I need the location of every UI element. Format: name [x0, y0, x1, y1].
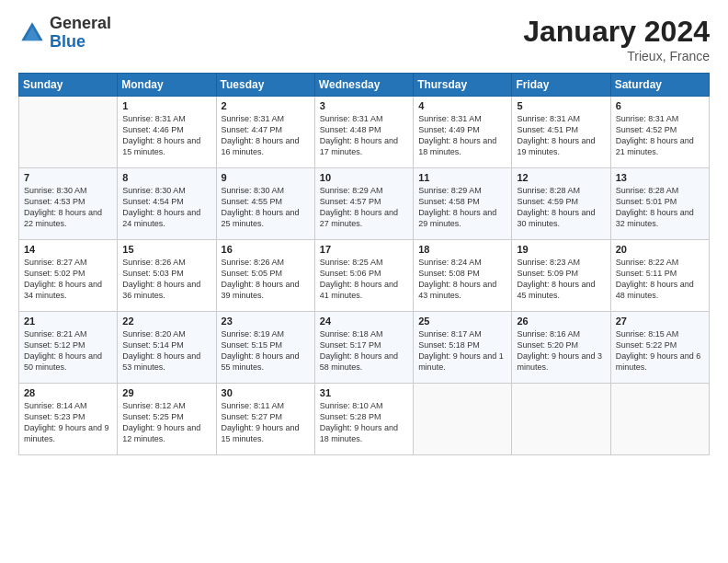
- calendar-cell: 23Sunrise: 8:19 AMSunset: 5:15 PMDayligh…: [216, 312, 314, 384]
- logo-general-text: General: [50, 15, 111, 33]
- calendar-cell: 29Sunrise: 8:12 AMSunset: 5:25 PMDayligh…: [118, 384, 216, 455]
- cell-info: Sunrise: 8:23 AMSunset: 5:09 PMDaylight:…: [517, 257, 605, 302]
- day-number: 25: [418, 316, 506, 327]
- cell-info: Sunrise: 8:31 AMSunset: 4:49 PMDaylight:…: [418, 113, 506, 158]
- weekday-header-sunday: Sunday: [19, 74, 118, 97]
- calendar-cell: 2Sunrise: 8:31 AMSunset: 4:47 PMDaylight…: [216, 97, 314, 168]
- calendar-cell: 13Sunrise: 8:28 AMSunset: 5:01 PMDayligh…: [610, 168, 709, 240]
- day-number: 30: [222, 387, 310, 398]
- day-number: 17: [320, 244, 408, 255]
- calendar-cell: 7Sunrise: 8:30 AMSunset: 4:53 PMDaylight…: [19, 168, 118, 240]
- day-number: 6: [616, 100, 704, 111]
- day-number: 10: [320, 172, 408, 183]
- day-number: 2: [222, 100, 310, 111]
- calendar-cell: 12Sunrise: 8:28 AMSunset: 4:59 PMDayligh…: [512, 168, 610, 240]
- day-number: 18: [418, 244, 506, 255]
- logo-text: General Blue: [50, 15, 111, 52]
- cell-info: Sunrise: 8:22 AMSunset: 5:11 PMDaylight:…: [616, 257, 704, 302]
- cell-info: Sunrise: 8:30 AMSunset: 4:53 PMDaylight:…: [24, 185, 112, 230]
- page: General Blue January 2024 Trieux, France…: [0, 0, 728, 563]
- calendar-cell: 15Sunrise: 8:26 AMSunset: 5:03 PMDayligh…: [118, 240, 216, 312]
- calendar-cell: [610, 384, 709, 455]
- weekday-header-thursday: Thursday: [414, 74, 512, 97]
- cell-info: Sunrise: 8:21 AMSunset: 5:12 PMDaylight:…: [24, 328, 112, 373]
- day-number: 15: [122, 244, 210, 255]
- day-number: 1: [122, 100, 210, 111]
- logo: General Blue: [18, 15, 111, 52]
- weekday-header-friday: Friday: [512, 74, 610, 97]
- calendar-cell: 9Sunrise: 8:30 AMSunset: 4:55 PMDaylight…: [216, 168, 314, 240]
- day-number: 12: [517, 172, 605, 183]
- cell-info: Sunrise: 8:31 AMSunset: 4:48 PMDaylight:…: [320, 113, 408, 158]
- cell-info: Sunrise: 8:30 AMSunset: 4:54 PMDaylight:…: [122, 185, 210, 230]
- weekday-header-tuesday: Tuesday: [216, 74, 314, 97]
- calendar-cell: 28Sunrise: 8:14 AMSunset: 5:23 PMDayligh…: [19, 384, 118, 455]
- day-number: 31: [320, 387, 408, 398]
- cell-info: Sunrise: 8:27 AMSunset: 5:02 PMDaylight:…: [24, 257, 112, 302]
- day-number: 20: [616, 244, 704, 255]
- calendar-cell: 24Sunrise: 8:18 AMSunset: 5:17 PMDayligh…: [314, 312, 413, 384]
- cell-info: Sunrise: 8:31 AMSunset: 4:46 PMDaylight:…: [122, 113, 210, 158]
- weekday-header-monday: Monday: [118, 74, 216, 97]
- calendar-cell: 21Sunrise: 8:21 AMSunset: 5:12 PMDayligh…: [19, 312, 118, 384]
- calendar-cell: 17Sunrise: 8:25 AMSunset: 5:06 PMDayligh…: [314, 240, 413, 312]
- cell-info: Sunrise: 8:31 AMSunset: 4:47 PMDaylight:…: [222, 113, 310, 158]
- logo-blue-text: Blue: [50, 33, 111, 52]
- calendar-cell: 31Sunrise: 8:10 AMSunset: 5:28 PMDayligh…: [314, 384, 413, 455]
- calendar-cell: 16Sunrise: 8:26 AMSunset: 5:05 PMDayligh…: [216, 240, 314, 312]
- day-number: 11: [418, 172, 506, 183]
- day-number: 3: [320, 100, 408, 111]
- cell-info: Sunrise: 8:16 AMSunset: 5:20 PMDaylight:…: [517, 328, 605, 373]
- calendar-cell: 8Sunrise: 8:30 AMSunset: 4:54 PMDaylight…: [118, 168, 216, 240]
- calendar-table: SundayMondayTuesdayWednesdayThursdayFrid…: [18, 73, 710, 455]
- header: General Blue January 2024 Trieux, France: [18, 15, 710, 63]
- calendar-cell: [19, 97, 118, 168]
- week-row-5: 28Sunrise: 8:14 AMSunset: 5:23 PMDayligh…: [19, 384, 710, 455]
- calendar-cell: 18Sunrise: 8:24 AMSunset: 5:08 PMDayligh…: [414, 240, 512, 312]
- day-number: 24: [320, 316, 408, 327]
- day-number: 19: [517, 244, 605, 255]
- day-number: 27: [616, 316, 704, 327]
- calendar-cell: 6Sunrise: 8:31 AMSunset: 4:52 PMDaylight…: [610, 97, 709, 168]
- calendar-cell: 26Sunrise: 8:16 AMSunset: 5:20 PMDayligh…: [512, 312, 610, 384]
- day-number: 13: [616, 172, 704, 183]
- cell-info: Sunrise: 8:18 AMSunset: 5:17 PMDaylight:…: [320, 328, 408, 373]
- day-number: 5: [517, 100, 605, 111]
- calendar-cell: 1Sunrise: 8:31 AMSunset: 4:46 PMDaylight…: [118, 97, 216, 168]
- calendar-cell: 10Sunrise: 8:29 AMSunset: 4:57 PMDayligh…: [314, 168, 413, 240]
- calendar-cell: 27Sunrise: 8:15 AMSunset: 5:22 PMDayligh…: [610, 312, 709, 384]
- weekday-header-wednesday: Wednesday: [314, 74, 413, 97]
- cell-info: Sunrise: 8:12 AMSunset: 5:25 PMDaylight:…: [122, 400, 210, 445]
- title-block: January 2024 Trieux, France: [523, 15, 710, 63]
- day-number: 28: [24, 387, 112, 398]
- cell-info: Sunrise: 8:15 AMSunset: 5:22 PMDaylight:…: [616, 328, 704, 373]
- weekday-header-row: SundayMondayTuesdayWednesdayThursdayFrid…: [19, 74, 710, 97]
- cell-info: Sunrise: 8:26 AMSunset: 5:05 PMDaylight:…: [222, 257, 310, 302]
- cell-info: Sunrise: 8:10 AMSunset: 5:28 PMDaylight:…: [320, 400, 408, 445]
- calendar-cell: [414, 384, 512, 455]
- day-number: 23: [222, 316, 310, 327]
- month-title: January 2024: [523, 15, 710, 49]
- week-row-2: 7Sunrise: 8:30 AMSunset: 4:53 PMDaylight…: [19, 168, 710, 240]
- calendar-cell: 30Sunrise: 8:11 AMSunset: 5:27 PMDayligh…: [216, 384, 314, 455]
- logo-icon: [18, 19, 46, 47]
- calendar-cell: [512, 384, 610, 455]
- day-number: 29: [122, 387, 210, 398]
- calendar-cell: 5Sunrise: 8:31 AMSunset: 4:51 PMDaylight…: [512, 97, 610, 168]
- cell-info: Sunrise: 8:17 AMSunset: 5:18 PMDaylight:…: [418, 328, 506, 373]
- cell-info: Sunrise: 8:19 AMSunset: 5:15 PMDaylight:…: [222, 328, 310, 373]
- calendar-cell: 11Sunrise: 8:29 AMSunset: 4:58 PMDayligh…: [414, 168, 512, 240]
- calendar-cell: 3Sunrise: 8:31 AMSunset: 4:48 PMDaylight…: [314, 97, 413, 168]
- cell-info: Sunrise: 8:24 AMSunset: 5:08 PMDaylight:…: [418, 257, 506, 302]
- day-number: 8: [122, 172, 210, 183]
- cell-info: Sunrise: 8:25 AMSunset: 5:06 PMDaylight:…: [320, 257, 408, 302]
- week-row-3: 14Sunrise: 8:27 AMSunset: 5:02 PMDayligh…: [19, 240, 710, 312]
- cell-info: Sunrise: 8:14 AMSunset: 5:23 PMDaylight:…: [24, 400, 112, 445]
- calendar-cell: 20Sunrise: 8:22 AMSunset: 5:11 PMDayligh…: [610, 240, 709, 312]
- calendar-cell: 14Sunrise: 8:27 AMSunset: 5:02 PMDayligh…: [19, 240, 118, 312]
- location: Trieux, France: [523, 49, 710, 63]
- cell-info: Sunrise: 8:28 AMSunset: 4:59 PMDaylight:…: [517, 185, 605, 230]
- calendar-cell: 19Sunrise: 8:23 AMSunset: 5:09 PMDayligh…: [512, 240, 610, 312]
- calendar-cell: 4Sunrise: 8:31 AMSunset: 4:49 PMDaylight…: [414, 97, 512, 168]
- cell-info: Sunrise: 8:11 AMSunset: 5:27 PMDaylight:…: [222, 400, 310, 445]
